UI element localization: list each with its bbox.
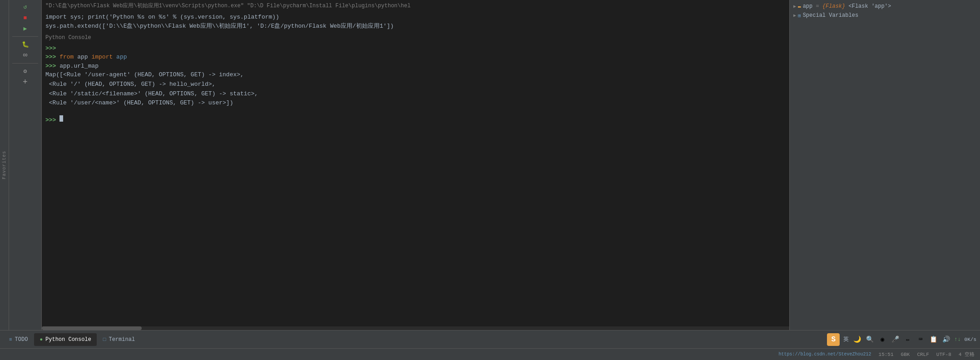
variables-tree: ▶ ▬ app = {Flask} <Flask 'app'> ▶ ⊞ Spec… — [790, 0, 980, 330]
tab-todo[interactable]: ≡ TODO — [4, 333, 33, 346]
console-header: "D:\E盘\python\Flask Web应用\初始应用1\venv\Scr… — [45, 2, 786, 10]
todo-tab-icon: ≡ — [9, 337, 12, 342]
debug-button[interactable]: 🐛 — [18, 39, 33, 49]
tray-volume-icon[interactable]: 🔊 — [941, 335, 950, 344]
app-var-name: app — [803, 3, 813, 10]
tray-ok-count: 0K/s — [965, 337, 976, 342]
tab-terminal-label: Terminal — [109, 336, 135, 343]
map-line-3: <Rule '/static/<filename>' (HEAD, OPTION… — [45, 89, 786, 99]
tray-en[interactable]: 英 — [843, 335, 849, 343]
console-area: "D:\E盘\python\Flask Web应用\初始应用1\venv\Scr… — [42, 0, 789, 330]
favorites-sidebar: Favorites — [0, 0, 9, 330]
map-line-4: <Rule '/user/<name>' (HEAD, OPTIONS, GET… — [45, 99, 786, 108]
prompt-empty-1: >>> — [45, 44, 786, 53]
app-var-eq: = — [812, 3, 822, 10]
tray-circle-icon[interactable]: ◉ — [878, 335, 887, 344]
divider-1 — [12, 36, 38, 37]
status-encoding: GBK — [901, 352, 910, 357]
settings-button[interactable]: ⚙ — [18, 66, 33, 76]
coverage-button[interactable]: ∞ — [18, 50, 33, 60]
tray-clipboard-icon[interactable]: 📋 — [929, 335, 938, 344]
cursor — [59, 115, 63, 122]
app-var-value: <Flask 'app'> — [845, 3, 891, 10]
tab-python-console-label: Python Console — [45, 336, 91, 343]
console-line-1: import sys; print('Python %s on %s' % (s… — [45, 13, 786, 22]
app-var-icon: ▬ — [798, 4, 801, 9]
run-button[interactable]: ▶ — [18, 24, 33, 34]
horizontal-scrollbar[interactable] — [42, 326, 789, 330]
tray-moon-icon[interactable]: 🌙 — [852, 335, 861, 344]
left-sidebar: ↺ ■ ▶ 🐛 ∞ ⚙ + — [9, 0, 42, 330]
tray-pen-icon[interactable]: ✏ — [903, 335, 912, 344]
console-map-output: Map([<Rule '/user-agent' (HEAD, OPTIONS,… — [45, 70, 786, 108]
tree-arrow-special: ▶ — [793, 13, 796, 18]
status-indent: UTF-8 — [936, 352, 951, 357]
tree-arrow-app: ▶ — [793, 4, 796, 9]
bottom-tab-bar: ≡ TODO ● Python Console □ Terminal S 英 🌙… — [0, 330, 980, 348]
prompt-from-import: >>> from app import app — [45, 53, 786, 62]
app-var-type: {Flask} — [822, 3, 845, 10]
status-position: 15:51 — [879, 352, 894, 357]
tray-search-icon[interactable]: 🔍 — [865, 335, 874, 344]
prompt-empty-2: >>> — [45, 115, 786, 125]
tab-python-console[interactable]: ● Python Console — [34, 333, 96, 346]
tab-todo-label: TODO — [15, 336, 28, 343]
special-vars-icon: ⊞ — [798, 13, 801, 19]
stop-button[interactable]: ■ — [18, 13, 33, 23]
tray-mic-icon[interactable]: 🎤 — [891, 335, 900, 344]
console-line-2: sys.path.extend(['D:\\E盘\\python\\Flask … — [45, 22, 786, 31]
tray-ok-label: ↑↓ — [954, 336, 960, 343]
tab-terminal[interactable]: □ Terminal — [98, 333, 140, 346]
console-label: Python Console — [45, 33, 786, 42]
divider-2 — [12, 63, 38, 64]
status-spaces: 4 空格 — [959, 351, 975, 358]
tree-item-app[interactable]: ▶ ▬ app = {Flask} <Flask 'app'> — [790, 2, 980, 11]
special-vars-label: Special Variables — [803, 12, 858, 19]
tree-item-special-vars[interactable]: ▶ ⊞ Special Variables — [790, 11, 980, 20]
bottom-combined: ≡ TODO ● Python Console □ Terminal S 英 🌙… — [0, 330, 980, 360]
rerun-button[interactable]: ↺ — [18, 2, 33, 12]
status-linesep: CRLF — [917, 352, 929, 357]
console-content[interactable]: "D:\E盘\python\Flask Web应用\初始应用1\venv\Scr… — [42, 0, 789, 326]
terminal-tab-icon: □ — [103, 337, 106, 342]
csdn-logo[interactable]: S — [827, 333, 840, 346]
right-panel: ▶ ▬ app = {Flask} <Flask 'app'> ▶ ⊞ Spec… — [789, 0, 980, 330]
add-button[interactable]: + — [18, 77, 33, 87]
map-line-1: Map([<Rule '/user-agent' (HEAD, OPTIONS,… — [45, 70, 786, 80]
status-bar: https://blog.csdn.net/SteveZhou212 15:51… — [0, 348, 980, 360]
python-console-tab-icon: ● — [40, 337, 43, 342]
scrollbar-thumb[interactable] — [42, 326, 142, 330]
tray-keyboard-icon[interactable]: ⌨ — [916, 335, 925, 344]
status-url: https://blog.csdn.net/SteveZhou212 — [779, 352, 871, 357]
favorites-label: Favorites — [2, 151, 7, 179]
map-line-2: <Rule '/' (HEAD, OPTIONS, GET) -> hello_… — [45, 80, 786, 89]
prompt-url-map: >>> app.url_map — [45, 62, 786, 71]
system-tray: S 英 🌙 🔍 ◉ 🎤 ✏ ⌨ 📋 🔊 ↑↓ 0K/s — [827, 333, 976, 346]
